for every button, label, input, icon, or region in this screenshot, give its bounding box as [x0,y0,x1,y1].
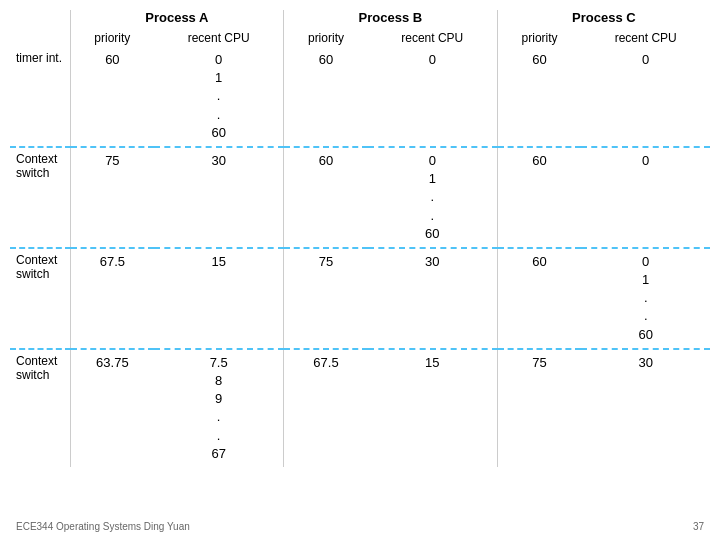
row-label-2: Contextswitch [10,248,70,349]
col-a-priority: priority [70,29,154,47]
page: Process A Process B Process C priority r… [0,0,720,540]
row-label-3: Contextswitch [10,349,70,467]
b-recent-cpu-1: 01..60 [368,147,497,248]
col-b-recent-cpu: recent CPU [368,29,497,47]
a-recent-cpu-3: 7.589..67 [154,349,283,467]
b-priority-3: 67.5 [284,349,368,467]
course-label: ECE344 Operating Systems Ding Yuan [16,521,190,532]
b-priority-2: 75 [284,248,368,349]
b-recent-cpu-3: 15 [368,349,497,467]
c-priority-3: 75 [497,349,581,467]
row-label-0: timer int. [10,47,70,147]
row-label-1: Contextswitch [10,147,70,248]
c-priority-0: 60 [497,47,581,147]
page-number: 37 [693,521,704,532]
c-recent-cpu-0: 0 [581,47,710,147]
b-recent-cpu-2: 30 [368,248,497,349]
process-b-header: Process B [284,10,498,29]
a-priority-0: 60 [70,47,154,147]
footer: ECE344 Operating Systems Ding Yuan 37 [0,521,720,532]
col-c-priority: priority [497,29,581,47]
col-a-recent-cpu: recent CPU [154,29,283,47]
process-a-header: Process A [70,10,284,29]
b-priority-0: 60 [284,47,368,147]
a-priority-1: 75 [70,147,154,248]
a-priority-2: 67.5 [70,248,154,349]
c-priority-1: 60 [497,147,581,248]
col-b-priority: priority [284,29,368,47]
b-priority-1: 60 [284,147,368,248]
col-c-recent-cpu: recent CPU [581,29,710,47]
a-recent-cpu-0: 01..60 [154,47,283,147]
b-recent-cpu-0: 0 [368,47,497,147]
c-recent-cpu-3: 30 [581,349,710,467]
a-recent-cpu-1: 30 [154,147,283,248]
c-recent-cpu-2: 01..60 [581,248,710,349]
c-recent-cpu-1: 0 [581,147,710,248]
c-priority-2: 60 [497,248,581,349]
a-priority-3: 63.75 [70,349,154,467]
process-c-header: Process C [497,10,710,29]
a-recent-cpu-2: 15 [154,248,283,349]
